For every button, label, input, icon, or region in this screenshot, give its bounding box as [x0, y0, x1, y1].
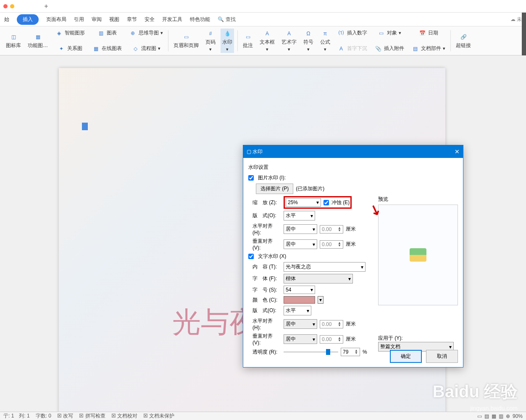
menu-start[interactable]: 始 [4, 16, 9, 23]
flowchart-icon: ◇ [131, 45, 139, 53]
valign-combo[interactable]: 居中▾ [284, 239, 317, 249]
dropcap-icon: A [337, 45, 345, 53]
new-tab-button[interactable]: + [42, 2, 50, 10]
opacity-slider[interactable] [284, 351, 338, 353]
font-combo[interactable]: 楷体▾ [284, 274, 353, 284]
header-icon: ▭ [182, 33, 190, 41]
preview-thumb-icon [410, 248, 426, 262]
mindmap-button[interactable]: ⊕思维导图▾ [127, 28, 165, 38]
view-icon-3[interactable]: ▦ [492, 413, 496, 419]
zoom-value[interactable]: 90% [513, 413, 523, 419]
insertnum-button[interactable]: ⑴插入数字 [335, 28, 369, 38]
halign2-combo[interactable]: 居中▾ [284, 319, 317, 329]
object-button[interactable]: ▭对象▾ [372, 28, 406, 38]
date-button[interactable]: 📅日期 [409, 28, 447, 38]
format2-label: 版 式(O): [248, 307, 281, 314]
menu-review[interactable]: 审阅 [92, 16, 102, 23]
valign2-combo[interactable]: 居中▾ [284, 334, 317, 344]
watermark-icon: 💧 [223, 29, 231, 38]
content-combo[interactable]: 光与夜之恋▾ [284, 262, 366, 272]
scale-combo[interactable]: 25%▾ [286, 198, 321, 207]
image-wm-checkbox[interactable] [248, 175, 254, 181]
status-track[interactable]: ☒ 改写 [57, 412, 73, 420]
dropcap-button[interactable]: A首字下沉 [335, 44, 369, 54]
wordart-icon: A [285, 29, 293, 38]
halign-spin[interactable]: 0.00▲▼ [320, 225, 343, 234]
halign2-label: 水平对齐 (H): [248, 318, 281, 331]
scale-label: 缩 放 (Z): [248, 199, 281, 206]
titlebar: + [0, 0, 526, 13]
dialog-titlebar[interactable]: ▢ 水印 ✕ [243, 145, 463, 158]
view-icon-2[interactable]: ▤ [484, 413, 489, 419]
onlinechart-button[interactable]: ▦在线图表 [90, 44, 124, 54]
view-icon-4[interactable]: ▥ [499, 413, 503, 419]
textbox-button[interactable]: A文本框▾ [258, 29, 276, 53]
select-image-button[interactable]: 选择图片 (P) [256, 184, 293, 194]
image-added-label: (已添加图片) [296, 185, 324, 192]
iconlib-button[interactable]: ◫图标库 [4, 32, 23, 50]
smartart-button[interactable]: ◈智能图形 [53, 28, 87, 38]
menu-layout[interactable]: 页面布局 [46, 16, 66, 23]
unit-label3: 厘米 [346, 320, 356, 328]
symbol-button[interactable]: Ω符号▾ [302, 29, 315, 53]
status-spell[interactable]: ☒ 拼写检查 [79, 412, 105, 420]
flowchart-button[interactable]: ◇流程图▾ [127, 44, 165, 54]
size-combo[interactable]: 54▾ [284, 286, 315, 294]
format2-combo[interactable]: 水平▾ [284, 306, 311, 315]
cancel-button[interactable]: 取消 [426, 350, 458, 363]
valign2-spin[interactable]: 0.00▲▼ [320, 335, 343, 344]
slider-thumb[interactable] [326, 349, 330, 355]
relation-button[interactable]: ✦关系图 [53, 44, 87, 54]
menu-view[interactable]: 视图 [109, 16, 119, 23]
symbol-icon: Ω [304, 29, 313, 38]
format-combo[interactable]: 水平▾ [284, 211, 315, 220]
hyperlink-button[interactable]: 🔗超链接 [454, 32, 473, 50]
chart-button[interactable]: ▥图表 [90, 28, 124, 38]
halign-combo[interactable]: 居中▾ [284, 224, 317, 234]
docpart-button[interactable]: ▤文档部件▾ [409, 44, 447, 54]
menu-safe[interactable]: 安全 [145, 16, 155, 23]
ok-button[interactable]: 确定 [390, 350, 422, 363]
washout-label: 冲蚀 (E) [331, 199, 350, 206]
shapes-icon: ◫ [9, 33, 18, 41]
wordart-button[interactable]: A艺术字▾ [280, 29, 298, 53]
watermark-button[interactable]: 💧水印▾ [221, 29, 234, 53]
menu-ref[interactable]: 引用 [74, 16, 84, 23]
formula-icon: π [321, 29, 329, 38]
min-dot[interactable] [10, 4, 14, 8]
halign2-spin[interactable]: 0.00▲▼ [320, 320, 343, 328]
zoom-icon[interactable]: ⊕ [506, 413, 510, 419]
view-icon-1[interactable]: ▭ [477, 413, 482, 419]
valign-spin[interactable]: 0.00▲▼ [320, 240, 343, 249]
funcimg-button[interactable]: ▦功能图… [26, 32, 50, 50]
preview-box [378, 205, 458, 305]
color-dropdown[interactable]: ▾ [318, 296, 323, 304]
header-button[interactable]: ▭页眉和页脚 [172, 32, 200, 50]
status-wordcount[interactable]: 字数: 0 [36, 412, 51, 420]
text-wm-label: 文字水印 (X) [258, 253, 286, 260]
image-icon: ▦ [34, 33, 42, 41]
unit-label4: 厘米 [346, 336, 356, 343]
color-swatch[interactable] [284, 296, 315, 304]
menu-dev[interactable]: 开发工具 [162, 16, 182, 23]
opacity-spin[interactable]: 79▲▼ [341, 348, 360, 356]
formula-button[interactable]: π公式▾ [318, 29, 332, 53]
baidu-watermark: Baidu 经验 [433, 380, 518, 403]
comment-button[interactable]: ▭批注 [241, 32, 255, 50]
menu-insert[interactable]: 插入 [17, 14, 39, 25]
washout-checkbox[interactable] [323, 200, 329, 205]
menu-feature[interactable]: 特色功能 [190, 16, 210, 23]
status-protect[interactable]: ☒ 文档未保护 [143, 412, 174, 420]
close-dot[interactable] [3, 4, 8, 8]
valign2-label: 垂直对齐 (V): [248, 333, 281, 346]
pagenum-button[interactable]: #页码▾ [204, 29, 217, 53]
attach-button[interactable]: 📎插入附件 [372, 44, 406, 54]
menu-chapter[interactable]: 章节 [127, 16, 137, 23]
text-wm-checkbox[interactable] [248, 254, 254, 259]
highlight-box: 25%▾ 冲蚀 (E) [284, 196, 352, 209]
anchor-icon [82, 123, 88, 130]
status-proof[interactable]: ☒ 文档校对 [111, 412, 137, 420]
color-label: 颜 色 (C): [248, 297, 281, 304]
close-icon[interactable]: ✕ [455, 148, 460, 155]
menu-search[interactable]: 🔍 查找 [218, 16, 236, 23]
